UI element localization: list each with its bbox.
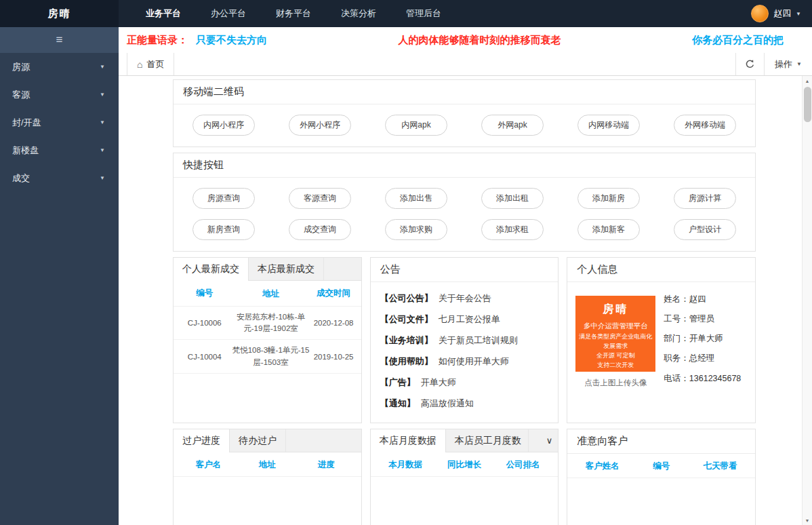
qr-button-intranet-miniapp[interactable]: 内网小程序 [192, 115, 255, 136]
qr-button-extranet-miniapp[interactable]: 外网小程序 [289, 115, 351, 136]
promo-line: 多中介运营管理平台 [578, 320, 653, 331]
tab-home[interactable]: ⌂ 首页 [127, 53, 174, 75]
quick-button-add-rent-request[interactable]: 添加求租 [481, 219, 544, 240]
sidebar-item-customers[interactable]: 客源 ▼ [0, 81, 119, 109]
tab-store-monthly[interactable]: 本店月度数据 [371, 429, 446, 452]
quick-button-add-new-customer[interactable]: 添加新客 [577, 219, 640, 240]
intent-customers-card: 准意向客户 客户姓名 编号 七天带看 [567, 429, 756, 525]
deal-address: 梵悦108-3幢-1单元-15层-1503室 [230, 345, 312, 368]
intent-customers-card-title: 准意向客户 [567, 429, 755, 454]
column-header-company-rank: 公司排名 [493, 459, 552, 471]
nav-finance-platform[interactable]: 财务平台 [261, 0, 326, 27]
mobile-qr-card-title: 移动端二维码 [174, 80, 755, 104]
quote-bar: 正能量语录： 只要不失去方向 人的肉体能够随着时刻的推移而衰老 你务必百分之百的… [119, 27, 812, 53]
transfer-card-tabs: 过户进度 待办过户 [174, 429, 361, 452]
quick-button-floorplan-design[interactable]: 户型设计 [674, 219, 736, 240]
quick-button-row-2: 新房查询 成交查询 添加求购 添加求租 添加新客 户型设计 [174, 209, 755, 251]
table-row[interactable]: CJ-10004 梵悦108-3幢-1单元-15层-1503室 2019-10-… [174, 340, 361, 374]
announcement-category: 【通知】 [380, 397, 415, 410]
quick-button-add-sale[interactable]: 添加出售 [385, 188, 447, 209]
chevron-down-icon[interactable]: ∨ [541, 429, 559, 452]
app-logo: 房晴 [0, 0, 119, 27]
tab-staff-monthly[interactable]: 本店员工月度数 [446, 429, 529, 452]
deal-id: CJ-10006 [179, 319, 230, 327]
quick-button-customer-search[interactable]: 客源查询 [289, 188, 351, 209]
announcement-category: 【公司文件】 [380, 313, 433, 326]
user-avatar-icon[interactable] [751, 5, 769, 22]
promo-line: 满足各类型房产企业电商化发展需求 [578, 332, 653, 351]
announcement-text: 关于新员工培训规则 [439, 334, 518, 347]
list-item[interactable]: 【公司公告】 关于年会公告 [380, 288, 549, 309]
caret-down-icon: ▼ [100, 92, 105, 98]
quote-label: 正能量语录： [127, 34, 188, 47]
quick-button-add-new-house[interactable]: 添加新房 [577, 188, 640, 209]
quick-buttons-card-title: 快捷按钮 [174, 153, 755, 178]
caret-down-icon: ▼ [100, 64, 105, 70]
deal-address: 安居苑东村-10栋-单元-19层-1902室 [230, 311, 312, 335]
quick-button-add-rent[interactable]: 添加出租 [481, 188, 544, 209]
nav-decision-analysis[interactable]: 决策分析 [326, 0, 391, 27]
transfer-table-header: 客户名 地址 进度 [174, 452, 361, 477]
qr-button-extranet-mobile[interactable]: 外网移动端 [674, 115, 736, 136]
sidebar-item-label: 封/开盘 [12, 117, 41, 129]
column-header-month-data: 本月数据 [376, 459, 435, 471]
refresh-button[interactable] [735, 53, 764, 75]
qr-button-intranet-apk[interactable]: 内网apk [385, 115, 447, 136]
middle-cards-row: 个人最新成交 本店最新成交 编号 地址 成交时间 CJ-10006 安居苑东村-… [173, 257, 756, 423]
profile-field-list: 姓名：赵四 工号：管理员 部门：开单大师 职务：总经 [664, 290, 747, 392]
quick-button-row-1: 房源查询 客源查询 添加出售 添加出租 添加新房 房源计算 [174, 178, 755, 209]
sidebar-item-label: 新楼盘 [12, 144, 39, 157]
column-header-growth: 同比增长 [435, 459, 494, 471]
vertical-scrollbar[interactable]: ▲ ▼ [802, 76, 812, 525]
hamburger-icon: ≡ [56, 33, 63, 47]
field-label: 职务： [664, 353, 689, 363]
quick-button-deal-search[interactable]: 成交查询 [289, 219, 351, 240]
quick-button-newhouse-search[interactable]: 新房查询 [192, 219, 255, 240]
personal-info-card-title: 个人信息 [567, 258, 755, 282]
scrollbar-thumb[interactable] [804, 87, 811, 122]
quick-button-housing-calc[interactable]: 房源计算 [674, 188, 736, 209]
personal-info-body: 房晴 多中介运营管理平台 满足各类型房产企业电商化发展需求 全开源 可定制 支持… [567, 282, 755, 400]
body-row: ≡ 房源 ▼ 客源 ▼ 封/开盘 ▼ 新楼盘 ▼ [0, 27, 812, 525]
quick-button-housing-search[interactable]: 房源查询 [192, 188, 255, 209]
user-name: 赵四 [773, 7, 791, 20]
nav-business-platform[interactable]: 业务平台 [131, 0, 196, 27]
actions-dropdown[interactable]: 操作 ▼ [764, 53, 812, 75]
sidebar-item-label: 客源 [12, 89, 30, 101]
sidebar-item-deals[interactable]: 成交 ▼ [0, 164, 119, 192]
qr-button-extranet-apk[interactable]: 外网apk [481, 115, 544, 136]
tab-personal-deals[interactable]: 个人最新成交 [174, 258, 249, 281]
list-item[interactable]: 【通知】 高温放假通知 [380, 393, 549, 414]
sidebar-collapse-button[interactable]: ≡ [0, 27, 119, 53]
avatar-upload-area: 房晴 多中介运营管理平台 满足各类型房产企业电商化发展需求 全开源 可定制 支持… [575, 290, 655, 392]
list-item[interactable]: 【业务培训】 关于新员工培训规则 [380, 330, 549, 351]
refresh-icon [745, 59, 755, 69]
list-item[interactable]: 【公司文件】 七月工资公报单 [380, 309, 549, 330]
scrollbar-down-arrow-icon[interactable]: ▼ [803, 516, 812, 525]
user-menu[interactable]: 赵四 ▼ [751, 0, 812, 27]
app-window: 房晴 业务平台 办公平台 财务平台 决策分析 管理后台 赵四 ▼ ≡ 房源 ▼ [0, 0, 812, 525]
sidebar-item-housing[interactable]: 房源 ▼ [0, 53, 119, 81]
tab-store-deals[interactable]: 本店最新成交 [249, 258, 324, 280]
nav-office-platform[interactable]: 办公平台 [196, 0, 261, 27]
announcement-text: 开单大师 [421, 376, 456, 389]
promo-line: 全开源 可定制 [578, 351, 653, 361]
list-item[interactable]: 【使用帮助】 如何使用开单大师 [380, 351, 549, 372]
sidebar-item-new-estates[interactable]: 新楼盘 ▼ [0, 136, 119, 164]
avatar-upload-image[interactable]: 房晴 多中介运营管理平台 满足各类型房产企业电商化发展需求 全开源 可定制 支持… [575, 296, 655, 372]
tab-transfer-progress[interactable]: 过户进度 [174, 429, 230, 452]
latest-deals-card: 个人最新成交 本店最新成交 编号 地址 成交时间 CJ-10006 安居苑东村-… [173, 257, 362, 423]
sidebar-item-label: 成交 [12, 172, 30, 184]
content-container: 移动端二维码 内网小程序 外网小程序 内网apk 外网apk 内网移动端 外网移… [173, 76, 756, 525]
table-row[interactable]: CJ-10006 安居苑东村-10栋-单元-19层-1902室 2020-12-… [174, 307, 361, 341]
qr-button-intranet-mobile[interactable]: 内网移动端 [577, 115, 640, 136]
sidebar-item-open-close-market[interactable]: 封/开盘 ▼ [0, 109, 119, 136]
list-item[interactable]: 【广告】 开单大师 [380, 372, 549, 393]
field-value: 管理员 [689, 314, 715, 324]
deals-card-tabs: 个人最新成交 本店最新成交 [174, 258, 361, 281]
quick-button-add-buy-request[interactable]: 添加求购 [385, 219, 447, 240]
scrollbar-up-arrow-icon[interactable]: ▲ [803, 76, 812, 85]
nav-admin-backend[interactable]: 管理后台 [391, 0, 456, 27]
store-monthly-card: 本店月度数据 本店员工月度数 ∨ 本月数据 同比增长 公司排名 [370, 429, 559, 525]
tab-pending-transfer[interactable]: 待办过户 [230, 429, 286, 452]
